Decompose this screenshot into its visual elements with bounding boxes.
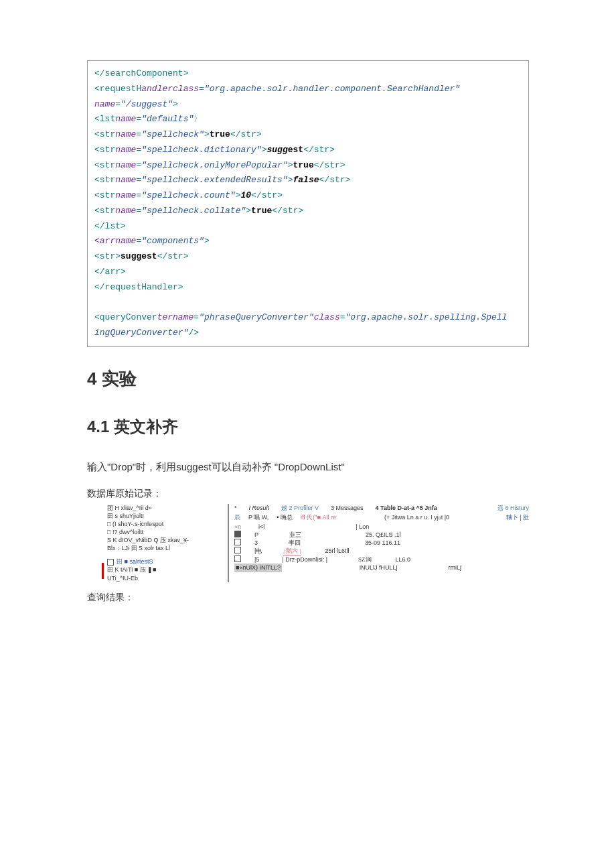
code-line: </requestHandler> [94,280,522,295]
heading-4-1: 4.1 英文补齐 [87,416,529,438]
toolbar-item: • 嗨总 [277,513,293,521]
intro-text: 输入"Drop"时，利用suggest可以自动补齐 "DropDownList" [87,458,529,476]
table-row: |5| Drz-pDownlisi: |SZ涧LL6.0 [234,555,529,564]
code-line: <strname="spellcheck.count">10</str> [94,188,522,204]
toolbar-item: P 唱 W, [248,513,268,521]
code-line: <strname="spellcheck.extendedResults">fa… [94,173,522,188]
code-line: <strname="spellcheck.collate">true</str> [94,204,522,219]
table-row: ■«nUlX) INlTLL?iNULlJ fHULLjrmiLj [234,564,529,572]
tree-row: Blx：LJi 田 S xolr tax Ll [107,544,228,552]
result-label: 查询结果： [87,592,529,604]
toolbar-item: iff 氏("■ All re [301,513,336,521]
db-label: 数据库原始记录： [87,488,529,500]
tree-row: 团 H xliav_^Iii d» [107,504,228,512]
db-tree: 团 H xliav_^Iii d» 田 s shuYjioltI □ (I sh… [87,504,228,582]
heading-4: 4 实验 [87,367,529,391]
tree-row-selected: 田 ■ salrtestS [107,557,228,566]
tree-row: □ !? dwv^loiltt [107,528,228,536]
checkbox-icon [234,531,241,537]
grid-toolbar: 辰 P 唱 W, • 嗨总 iff 氏("■ All re (+ Jitwa L… [234,513,529,521]
table-row: «ni<l| Lon [234,523,529,531]
code-line: <strname="spellcheck.onlyMorePopular">tr… [94,158,522,174]
tab-tabledata: 4 Table D-at-a ^5 Jnfa [376,504,437,512]
db-grid: * I Result 越 2 Profiler V 3 Messages 4 T… [228,504,529,582]
tree-row: S K dIOV_vNibD Q 压 xkav_¥- [107,536,228,544]
code-line: <strname="spellcheck.dictionary">suggest… [94,143,522,158]
code-line: <queryConvertername="phraseQueryConverte… [94,295,522,326]
checkbox-icon [234,539,241,545]
tree-row: UTi_^IU-Eb [107,574,228,582]
table-row: |电| 鹅六 |25rl lL6tll [234,547,529,555]
code-line: </lst> [94,219,522,235]
code-line: ingQueryConverter"/> [94,326,522,341]
tab-profiler: 越 2 Profiler V [281,504,319,512]
tree-row [107,552,228,557]
code-line: <strname="spellcheck">true</str> [94,127,522,143]
code-line: </searchComponent> [94,66,522,82]
code-line: <requestHandlerclass="org.apache.solr.ha… [94,82,522,97]
toolbar-item: 轴卜 | 肚 [506,513,529,521]
tree-row: □ (I shoY-.s-icnlespot [107,520,228,528]
highlight-bar [102,563,104,579]
tab: * [234,504,237,512]
code-line: <str>suggest</str> [94,249,522,265]
code-block: </searchComponent> <requestHandlerclass=… [87,60,529,347]
tab-result: I Result [249,504,270,512]
tab-messages: 3 Messages [331,504,364,512]
code-line: <arrname="components"> [94,234,522,249]
tree-row: 田 s shuYjioltI [107,512,228,520]
checkbox-icon [234,547,241,553]
code-line: <lstname="defaults"〉 [94,112,522,127]
expand-icon [107,559,114,566]
table-row: P韭三25. Q£ILS .1l [234,531,529,539]
table-row: 3李四35-09 116.11 [234,539,529,547]
code-line: name="/suggest"> [94,97,522,113]
toolbar-item: 辰 [234,513,240,521]
tree-row: 田 K tAITi ■ 压 ❚■ [107,566,228,574]
toolbar-item: (+ Jitwa Ln a r u. I yj₀t |0 [384,513,449,521]
checkbox-icon [234,555,241,562]
code-line: </arr> [94,265,522,280]
grid-rows: «ni<l| Lon P韭三25. Q£ILS .1l 3李四35-09 116… [234,523,529,572]
db-screenshot: 团 H xliav_^Iii d» 田 s shuYjioltI □ (I sh… [87,504,529,582]
grid-tabs: * I Result 越 2 Profiler V 3 Messages 4 T… [234,504,529,512]
tab-history: 遥 6 Histury [497,504,529,512]
